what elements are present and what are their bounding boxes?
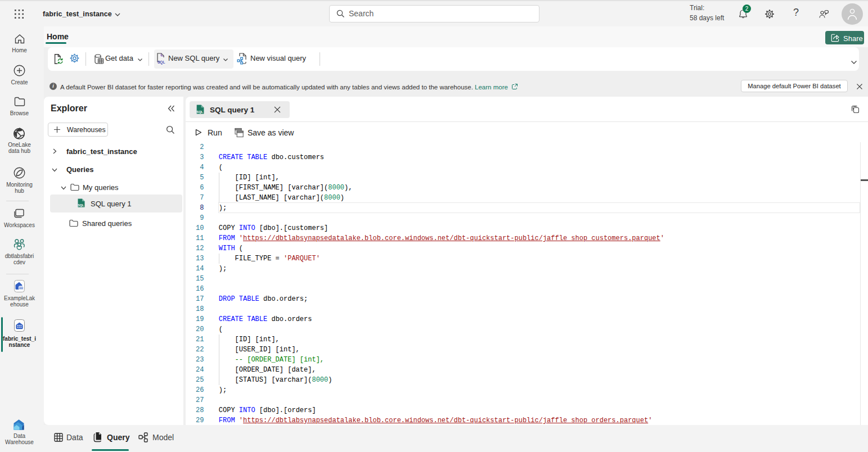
svg-text:SQL: SQL — [78, 204, 84, 207]
svg-text:SQL: SQL — [158, 60, 165, 65]
svg-text:SQL: SQL — [196, 110, 203, 114]
